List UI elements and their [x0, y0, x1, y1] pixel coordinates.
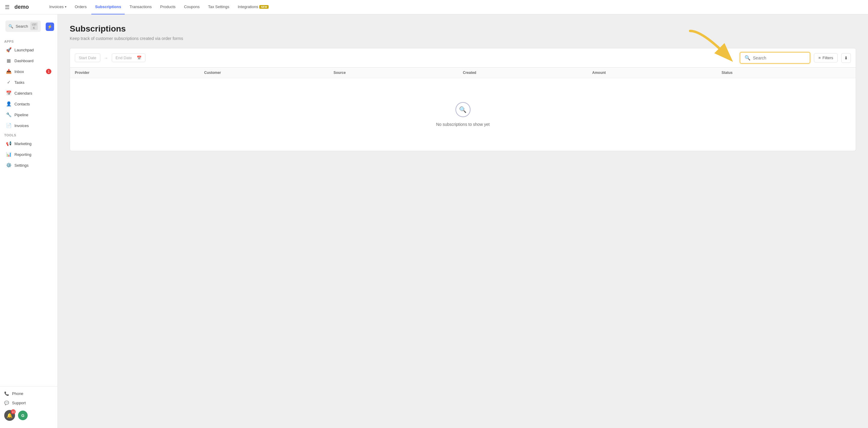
- user-avatar[interactable]: G: [18, 410, 28, 420]
- settings-icon: ⚙️: [6, 163, 11, 168]
- inbox-badge: 1: [46, 69, 51, 74]
- download-icon: ⬇: [844, 56, 848, 60]
- sidebar-item-settings[interactable]: ⚙️ Settings: [2, 160, 56, 170]
- filter-bar: Start Date → End Date 📅 🔍: [70, 48, 856, 68]
- search-box-icon: 🔍: [745, 55, 750, 61]
- nav-tab-integrations[interactable]: Integrations New: [234, 0, 272, 14]
- search-icon: 🔍: [8, 24, 13, 29]
- hamburger-button[interactable]: ☰: [5, 4, 10, 10]
- tools-section-label: Tools: [0, 131, 57, 138]
- sidebar-item-launchpad[interactable]: 🚀 Launchpad: [2, 45, 56, 55]
- nav-tab-tax-settings[interactable]: Tax Settings: [204, 0, 233, 14]
- app-logo: demo: [14, 4, 38, 10]
- col-source: Source: [334, 71, 463, 75]
- nav-tab-transactions[interactable]: Transactions: [126, 0, 155, 14]
- main-content: Subscriptions Keep track of customer sub…: [58, 14, 868, 428]
- empty-message: No subscriptions to show yet: [436, 122, 490, 127]
- download-button[interactable]: ⬇: [841, 53, 851, 63]
- search-button[interactable]: 🔍 Search ctrl K: [5, 21, 41, 32]
- sidebar-item-inbox[interactable]: 📥 Inbox 1: [2, 66, 56, 76]
- end-date-label: End Date: [116, 56, 132, 60]
- arrow-icon: →: [104, 56, 108, 60]
- nav-tabs: Invoices ▾ Orders Subscriptions Transact…: [46, 0, 272, 14]
- nav-tab-products[interactable]: Products: [157, 0, 179, 14]
- page-title: Subscriptions: [70, 24, 856, 34]
- col-provider: Provider: [75, 71, 204, 75]
- search-input[interactable]: [753, 56, 806, 60]
- dashboard-icon: ▦: [6, 58, 11, 63]
- table-container: Provider Customer Source Created Amount …: [70, 68, 856, 151]
- inbox-icon: 📥: [6, 69, 11, 74]
- top-nav: ☰ demo Invoices ▾ Orders Subscriptions T…: [0, 0, 868, 14]
- launchpad-icon: 🚀: [6, 47, 11, 53]
- phone-icon: 📞: [4, 391, 9, 396]
- tasks-icon: ✓: [6, 79, 11, 85]
- sidebar-item-pipeline[interactable]: 🔧 Pipeline: [2, 110, 56, 120]
- nav-tab-invoices[interactable]: Invoices ▾: [46, 0, 70, 14]
- reporting-icon: 📊: [6, 152, 11, 157]
- pipeline-icon: 🔧: [6, 112, 11, 118]
- nav-tab-orders[interactable]: Orders: [71, 0, 90, 14]
- notification-badge: 10: [11, 409, 16, 414]
- body-layout: 🔍 Search ctrl K ⚡ Apps 🚀 Launchpad ▦ Das…: [0, 14, 868, 428]
- search-box[interactable]: 🔍: [740, 52, 810, 64]
- col-status: Status: [722, 71, 851, 75]
- sidebar-bottom: 📞 Phone 💬 Support 🔔 10 G: [0, 386, 57, 426]
- sidebar-item-invoices[interactable]: 📄 Invoices: [2, 121, 56, 131]
- sidebar-item-calendars[interactable]: 📅 Calendars: [2, 88, 56, 98]
- sidebar-item-tasks[interactable]: ✓ Tasks: [2, 77, 56, 88]
- start-date-input[interactable]: Start Date: [75, 54, 100, 62]
- new-badge: New: [259, 5, 269, 9]
- sidebar-item-contacts[interactable]: 👤 Contacts: [2, 99, 56, 109]
- sidebar-item-reporting[interactable]: 📊 Reporting: [2, 149, 56, 160]
- calendars-icon: 📅: [6, 90, 11, 96]
- nav-tab-subscriptions[interactable]: Subscriptions: [91, 0, 125, 14]
- filters-button[interactable]: ≡ Filters: [814, 53, 838, 63]
- marketing-icon: 📢: [6, 141, 11, 146]
- sidebar-item-phone[interactable]: 📞 Phone: [0, 389, 57, 398]
- calendar-icon: 📅: [137, 56, 142, 60]
- empty-state: 🔍 No subscriptions to show yet: [70, 78, 856, 151]
- page-subtitle: Keep track of customer subscriptions cre…: [70, 36, 856, 41]
- notifications-button[interactable]: 🔔 10: [4, 410, 15, 421]
- filter-icon: ≡: [818, 56, 821, 60]
- table-header: Provider Customer Source Created Amount …: [70, 68, 856, 78]
- sidebar-item-dashboard[interactable]: ▦ Dashboard: [2, 56, 56, 66]
- start-date-label: Start Date: [79, 56, 96, 60]
- chevron-down-icon: ▾: [65, 5, 66, 8]
- sidebar: 🔍 Search ctrl K ⚡ Apps 🚀 Launchpad ▦ Das…: [0, 14, 58, 428]
- support-icon: 💬: [4, 401, 9, 405]
- apps-section-label: Apps: [0, 37, 57, 44]
- nav-tab-coupons[interactable]: Coupons: [180, 0, 203, 14]
- end-date-input[interactable]: End Date 📅: [112, 54, 146, 62]
- sidebar-item-support[interactable]: 💬 Support: [0, 398, 57, 407]
- empty-search-icon: 🔍: [456, 102, 470, 117]
- col-created: Created: [463, 71, 592, 75]
- col-amount: Amount: [592, 71, 722, 75]
- sidebar-item-marketing[interactable]: 📢 Marketing: [2, 138, 56, 149]
- col-customer: Customer: [204, 71, 334, 75]
- invoices-icon: 📄: [6, 123, 11, 128]
- lightning-button[interactable]: ⚡: [46, 23, 54, 31]
- contacts-icon: 👤: [6, 101, 11, 107]
